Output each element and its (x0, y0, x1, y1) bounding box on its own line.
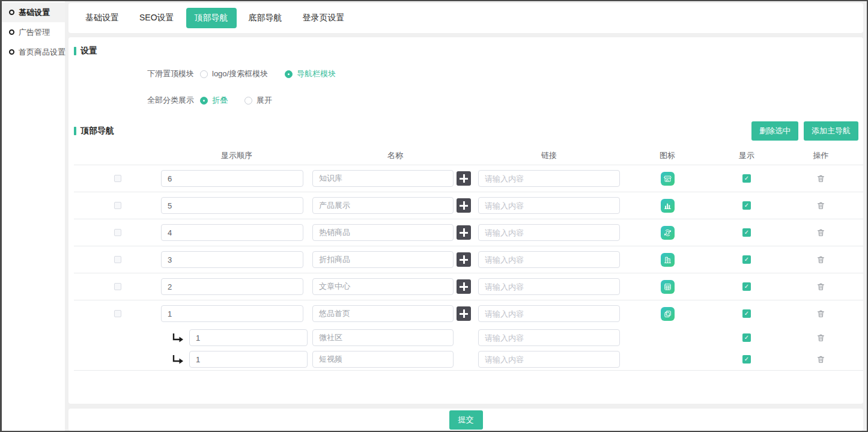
add-child-button[interactable] (457, 171, 471, 186)
nav-main-row: ✓ (74, 300, 863, 327)
trash-icon[interactable] (816, 174, 825, 183)
nav-main-row: ✓ (74, 246, 863, 273)
link-input[interactable] (478, 197, 620, 214)
radio-option[interactable]: 折叠 (200, 95, 228, 106)
tab[interactable]: 登录页设置 (294, 8, 353, 28)
link-input[interactable] (478, 278, 620, 295)
trash-icon[interactable] (816, 255, 825, 264)
trash-icon[interactable] (816, 333, 825, 342)
show-checkbox[interactable]: ✓ (742, 282, 751, 291)
submit-button[interactable]: 提交 (449, 410, 483, 430)
link-input[interactable] (478, 305, 620, 322)
order-input[interactable] (161, 278, 303, 295)
trash-icon[interactable] (816, 201, 825, 210)
nav-table: 显示顺序 名称 链接 图标 显示 操作 ✓ (74, 147, 863, 371)
row-select-checkbox[interactable] (114, 256, 121, 263)
trash-icon[interactable] (816, 309, 825, 318)
settings-section-title: 设置 (74, 46, 863, 56)
order-input[interactable] (161, 170, 303, 187)
trash-icon[interactable] (816, 228, 825, 237)
tab-bar: 基础设置SEO设置顶部导航底部导航登录页设置 (68, 3, 863, 33)
building-icon[interactable] (661, 253, 675, 267)
row-select-checkbox[interactable] (114, 283, 121, 290)
name-input[interactable] (312, 305, 454, 322)
add-main-nav-button[interactable]: 添加主导航 (804, 121, 858, 141)
top-nav-section-header: 顶部导航 删除选中 添加主导航 (74, 121, 863, 141)
name-input[interactable] (312, 251, 454, 268)
add-child-button[interactable] (457, 198, 471, 213)
tab[interactable]: SEO设置 (131, 8, 183, 28)
radio-icon (244, 97, 252, 105)
add-child-button[interactable] (457, 279, 471, 294)
settings-form: 下滑置顶模块 logo/搜索框模块 导航栏模块 全部分类展示 折叠 展开 (74, 68, 863, 106)
radio-circle-icon (9, 49, 14, 55)
link-input[interactable] (478, 329, 620, 346)
link-input[interactable] (478, 170, 620, 187)
header-order: 显示顺序 (166, 150, 308, 161)
tab[interactable]: 底部导航 (240, 8, 291, 28)
name-input[interactable] (312, 351, 454, 368)
show-checkbox[interactable]: ✓ (742, 228, 751, 237)
sidebar-item[interactable]: 基础设置 (2, 2, 65, 22)
row-select-checkbox[interactable] (114, 310, 121, 317)
storefront-icon[interactable] (661, 172, 675, 186)
link-input[interactable] (478, 251, 620, 268)
top-nav-title-text: 顶部导航 (80, 126, 114, 136)
sidebar-item[interactable]: 首页商品设置 (2, 42, 65, 62)
name-input[interactable] (312, 278, 454, 295)
order-input[interactable] (189, 351, 308, 368)
trash-icon[interactable] (816, 282, 825, 291)
order-input[interactable] (161, 224, 303, 241)
row-select-checkbox[interactable] (114, 175, 121, 182)
nav-main-row: ✓ (74, 273, 863, 300)
sidebar-item-label: 首页商品设置 (19, 47, 65, 58)
header-name: 名称 (325, 150, 466, 161)
pages-icon[interactable] (661, 307, 675, 321)
radio-icon (200, 97, 208, 105)
sidebar-item[interactable]: 广告管理 (2, 22, 65, 42)
row-select-checkbox[interactable] (114, 202, 121, 209)
calculator-icon[interactable] (661, 280, 675, 294)
tab[interactable]: 顶部导航 (186, 8, 237, 28)
show-checkbox[interactable]: ✓ (742, 255, 751, 264)
show-checkbox[interactable]: ✓ (742, 201, 751, 210)
nav-row-group: ✓ (74, 165, 863, 192)
order-input[interactable] (189, 329, 308, 346)
form-row: 下滑置顶模块 logo/搜索框模块 导航栏模块 (74, 68, 863, 79)
radio-label: 展开 (256, 95, 272, 106)
radio-option[interactable]: 导航栏模块 (285, 68, 336, 79)
link-input[interactable] (478, 351, 620, 368)
table-header-row: 显示顺序 名称 链接 图标 显示 操作 (74, 147, 863, 165)
order-input[interactable] (161, 251, 303, 268)
nav-row-group: ✓ (74, 219, 863, 246)
bar-chart-icon[interactable] (661, 199, 675, 213)
name-input[interactable] (312, 329, 454, 346)
nav-main-row: ✓ (74, 192, 863, 219)
link-input[interactable] (478, 224, 620, 241)
show-checkbox[interactable]: ✓ (742, 174, 751, 183)
globe-refresh-icon[interactable] (661, 226, 675, 240)
order-input[interactable] (161, 305, 303, 322)
top-nav-section-title: 顶部导航 (74, 126, 114, 136)
name-input[interactable] (312, 197, 454, 214)
tab[interactable]: 基础设置 (77, 8, 127, 28)
show-checkbox[interactable]: ✓ (742, 309, 751, 318)
row-select-checkbox[interactable] (114, 229, 121, 236)
green-bar-icon (74, 47, 76, 55)
radio-option[interactable]: 展开 (244, 95, 272, 106)
name-input[interactable] (312, 224, 454, 241)
content-panel: 设置 下滑置顶模块 logo/搜索框模块 导航栏模块 全部分类展示 折叠 (68, 37, 863, 404)
nav-main-row: ✓ (74, 219, 863, 246)
child-arrow-icon (172, 354, 184, 365)
form-row: 全部分类展示 折叠 展开 (74, 95, 863, 106)
name-input[interactable] (312, 170, 454, 187)
trash-icon[interactable] (816, 354, 825, 364)
add-child-button[interactable] (457, 306, 471, 321)
order-input[interactable] (161, 197, 303, 214)
show-checkbox[interactable]: ✓ (742, 355, 751, 364)
show-checkbox[interactable]: ✓ (742, 333, 751, 342)
radio-option[interactable]: logo/搜索框模块 (200, 68, 268, 79)
add-child-button[interactable] (457, 225, 471, 240)
delete-selected-button[interactable]: 删除选中 (751, 121, 798, 141)
add-child-button[interactable] (457, 252, 471, 267)
